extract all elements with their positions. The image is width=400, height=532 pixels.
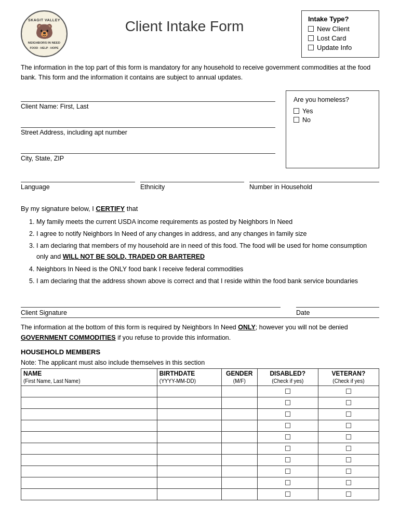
member-birthdate-cell[interactable] <box>157 386 221 397</box>
member-gender-cell[interactable] <box>221 466 257 477</box>
veteran-checkbox[interactable] <box>346 491 351 497</box>
member-veteran-cell[interactable] <box>318 489 379 500</box>
member-birthdate-cell[interactable] <box>157 420 221 432</box>
update-info-row[interactable]: Update Info <box>308 44 372 51</box>
disabled-checkbox[interactable] <box>285 480 290 485</box>
table-row[interactable] <box>21 397 379 409</box>
lost-card-row[interactable]: Lost Card <box>308 34 372 42</box>
table-row[interactable] <box>21 466 379 477</box>
table-row[interactable] <box>21 489 379 500</box>
homeless-yes-row[interactable]: Yes <box>294 108 371 115</box>
member-disabled-cell[interactable] <box>257 477 318 489</box>
member-name-cell[interactable] <box>21 432 157 443</box>
member-gender-cell[interactable] <box>221 489 257 500</box>
city-state-zip-line[interactable] <box>21 142 275 154</box>
client-name-line[interactable] <box>21 90 275 102</box>
table-row[interactable] <box>21 420 379 432</box>
disabled-checkbox[interactable] <box>285 446 290 451</box>
member-birthdate-cell[interactable] <box>157 397 221 409</box>
veteran-checkbox[interactable] <box>346 469 351 474</box>
member-gender-cell[interactable] <box>221 397 257 409</box>
disabled-checkbox[interactable] <box>285 411 290 417</box>
veteran-checkbox[interactable] <box>346 411 351 417</box>
date-line[interactable] <box>296 296 379 308</box>
ethnicity-line[interactable] <box>140 171 244 182</box>
veteran-checkbox[interactable] <box>346 480 351 485</box>
member-veteran-cell[interactable] <box>318 386 379 397</box>
member-disabled-cell[interactable] <box>257 489 318 500</box>
veteran-checkbox[interactable] <box>346 434 351 440</box>
member-name-cell[interactable] <box>21 489 157 500</box>
update-info-checkbox[interactable] <box>308 45 314 50</box>
member-birthdate-cell[interactable] <box>157 466 221 477</box>
disabled-checkbox[interactable] <box>285 491 290 497</box>
disabled-checkbox[interactable] <box>285 423 290 428</box>
disabled-checkbox[interactable] <box>285 457 290 462</box>
disabled-checkbox[interactable] <box>285 400 290 405</box>
member-birthdate-cell[interactable] <box>157 432 221 443</box>
member-gender-cell[interactable] <box>221 409 257 420</box>
member-gender-cell[interactable] <box>221 455 257 466</box>
street-address-line[interactable] <box>21 116 275 128</box>
table-row[interactable] <box>21 443 379 455</box>
member-disabled-cell[interactable] <box>257 466 318 477</box>
homeless-box: Are you homeless? Yes No <box>286 90 379 168</box>
disabled-checkbox[interactable] <box>285 434 290 440</box>
disabled-checkbox[interactable] <box>285 469 290 474</box>
member-veteran-cell[interactable] <box>318 466 379 477</box>
member-veteran-cell[interactable] <box>318 409 379 420</box>
member-veteran-cell[interactable] <box>318 420 379 432</box>
member-birthdate-cell[interactable] <box>157 409 221 420</box>
veteran-checkbox[interactable] <box>346 457 351 462</box>
table-row[interactable] <box>21 409 379 420</box>
member-birthdate-cell[interactable] <box>157 443 221 455</box>
member-gender-cell[interactable] <box>221 420 257 432</box>
new-client-checkbox[interactable] <box>308 26 314 32</box>
member-name-cell[interactable] <box>21 409 157 420</box>
member-disabled-cell[interactable] <box>257 455 318 466</box>
new-client-row[interactable]: New Client <box>308 25 372 33</box>
member-disabled-cell[interactable] <box>257 432 318 443</box>
veteran-checkbox[interactable] <box>346 400 351 405</box>
client-sig-line[interactable] <box>21 296 281 308</box>
veteran-checkbox[interactable] <box>346 446 351 451</box>
member-name-cell[interactable] <box>21 397 157 409</box>
homeless-no-checkbox[interactable] <box>294 117 299 123</box>
member-gender-cell[interactable] <box>221 443 257 455</box>
num-household-line[interactable] <box>249 171 379 182</box>
homeless-no-row[interactable]: No <box>294 116 371 124</box>
language-line[interactable] <box>21 171 135 182</box>
member-veteran-cell[interactable] <box>318 397 379 409</box>
member-name-cell[interactable] <box>21 420 157 432</box>
member-birthdate-cell[interactable] <box>157 489 221 500</box>
member-veteran-cell[interactable] <box>318 432 379 443</box>
member-gender-cell[interactable] <box>221 432 257 443</box>
member-disabled-cell[interactable] <box>257 386 318 397</box>
member-gender-cell[interactable] <box>221 386 257 397</box>
lost-card-checkbox[interactable] <box>308 35 314 41</box>
member-disabled-cell[interactable] <box>257 397 318 409</box>
member-name-cell[interactable] <box>21 477 157 489</box>
member-veteran-cell[interactable] <box>318 477 379 489</box>
veteran-checkbox[interactable] <box>346 423 351 428</box>
member-name-cell[interactable] <box>21 443 157 455</box>
member-disabled-cell[interactable] <box>257 409 318 420</box>
table-row[interactable] <box>21 386 379 397</box>
client-sig-label: Client Signature <box>21 309 281 316</box>
table-row[interactable] <box>21 455 379 466</box>
member-name-cell[interactable] <box>21 466 157 477</box>
disabled-checkbox[interactable] <box>285 389 290 394</box>
table-row[interactable] <box>21 477 379 489</box>
member-birthdate-cell[interactable] <box>157 477 221 489</box>
member-name-cell[interactable] <box>21 386 157 397</box>
member-name-cell[interactable] <box>21 455 157 466</box>
member-disabled-cell[interactable] <box>257 443 318 455</box>
table-row[interactable] <box>21 432 379 443</box>
homeless-yes-checkbox[interactable] <box>294 108 299 114</box>
member-gender-cell[interactable] <box>221 477 257 489</box>
member-birthdate-cell[interactable] <box>157 455 221 466</box>
veteran-checkbox[interactable] <box>346 389 351 394</box>
member-veteran-cell[interactable] <box>318 443 379 455</box>
member-disabled-cell[interactable] <box>257 420 318 432</box>
member-veteran-cell[interactable] <box>318 455 379 466</box>
